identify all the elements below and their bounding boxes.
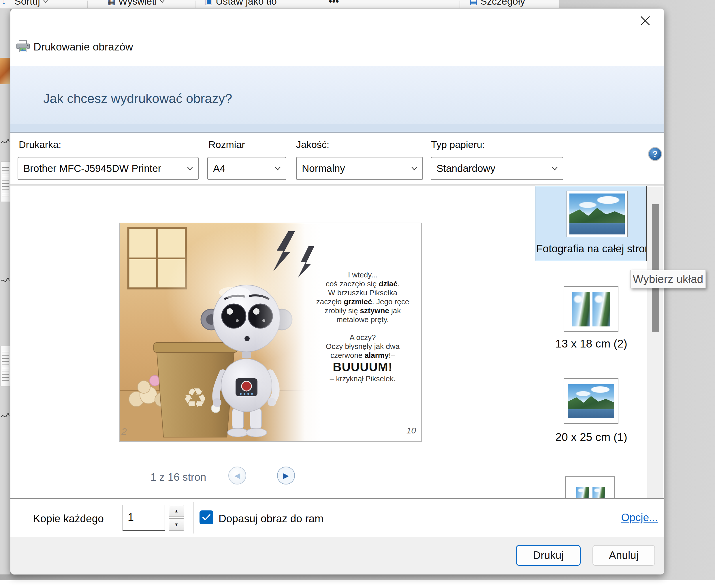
close-icon[interactable] [636,12,654,29]
layout-scrollbar-thumb[interactable] [652,204,659,332]
printer-select[interactable]: Brother MFC-J5945DW Printer [18,157,199,180]
toolbar-item-label: Ustaw jako tło [216,0,277,7]
sort-button[interactable]: Sortuj [15,0,48,7]
paper-type-value: Standardowy [436,163,495,174]
quality-select[interactable]: Normalny [296,157,423,180]
background-file-list [0,9,10,574]
file-thumbnail-document [1,162,10,202]
layout-item-20x25[interactable] [564,378,619,424]
layout-thumbnail [566,191,628,237]
page-number-left: 2 [122,426,127,437]
toolbar-separator [459,1,460,8]
file-squiggle-icon [1,139,9,145]
quality-label: Jakość: [296,139,329,150]
printer-value: Brother MFC-J5945DW Printer [23,163,161,174]
screen: ↓Sortuj▦Wyświetl▣Ustaw jako tło•••▤Szcze… [0,0,715,588]
details-button-icon: ▤ [469,0,477,7]
divider [10,185,664,185]
divider [193,502,193,533]
layout-item-label[interactable]: 20 x 25 cm (1) [535,431,648,443]
file-thumbnail-photo [0,58,10,84]
chevron-down-icon [411,166,418,171]
file-thumbnail-document [1,346,10,386]
pagination-text: 1 z 16 stron [151,471,206,483]
toolbar-item-label: Wyświetl [118,0,157,7]
details-button[interactable]: ▤Szczegóły [469,0,525,7]
previous-page-button[interactable]: ◀ [228,467,246,484]
file-squiggle-icon [1,277,9,283]
chevron-down-icon [274,166,281,171]
triangle-down-icon: ▼ [174,522,179,527]
layout-item-full-page-photo[interactable]: Fotografia na całej stronie [535,186,647,261]
toolbar-separator [87,1,88,8]
page-number-right: 10 [407,426,416,436]
story-text: I wtedy...coś zaczęło się dziać.W brzusz… [306,271,419,383]
dialog-title: Drukowanie obrazów [34,41,133,53]
arrow-left-icon: ◀ [234,471,240,480]
view-button-icon: ▦ [107,0,115,7]
toolbar-separator [195,1,195,8]
print-preview-page: ♻ [119,223,422,442]
paper-type-select[interactable]: Standardowy [431,157,563,180]
robot-story-photo: ♻ [120,223,322,441]
toolbar-item-label: Szczegóły [480,0,525,7]
printer-icon [16,40,30,52]
paper-type-label: Typ papieru: [431,139,485,150]
sort-direction-icon: ↓ [2,0,6,7]
next-page-button[interactable]: ▶ [277,467,295,484]
copies-decrement-button[interactable]: ▼ [169,518,184,531]
svg-text:♻: ♻ [183,383,207,414]
print-button[interactable]: Drukuj [516,545,581,566]
layout-item-13x18[interactable] [564,286,619,332]
fit-picture-checkbox[interactable] [199,510,213,524]
set-wallpaper-button[interactable]: ▣Ustaw jako tło [205,0,277,7]
chevron-down-icon [551,166,558,171]
tooltip: Wybierz układ [630,270,706,288]
divider [10,498,664,499]
toolbar-item-label: ••• [329,0,339,7]
size-value: A4 [213,163,225,174]
arrow-right-icon: ▶ [283,471,289,480]
copies-input[interactable] [123,505,165,531]
printer-label: Drukarka: [19,139,61,150]
banner: Jak chcesz wydrukować obrazy? [10,66,664,133]
chevron-down-icon [187,166,193,171]
layout-item-label[interactable]: 13 x 18 cm (2) [535,337,648,350]
toolbar-item-label: Sortuj [15,0,40,7]
layout-item-partial[interactable] [565,477,615,498]
copies-increment-button[interactable]: ▲ [169,505,184,517]
background-bottom-area [0,580,715,588]
background-toolbar: ↓Sortuj▦Wyświetl▣Ustaw jako tło•••▤Szcze… [0,0,559,9]
options-link[interactable]: Opcje... [621,511,658,524]
size-label: Rozmiar [209,139,245,150]
checkmark-icon [202,514,211,521]
chevron-down-icon [43,0,48,3]
view-button[interactable]: ▦Wyświetl [107,0,165,7]
sort-direction-icon[interactable]: ↓ [2,0,6,7]
quality-value: Normalny [302,163,345,174]
copies-label: Kopie każdego [33,513,104,525]
triangle-up-icon: ▲ [174,508,179,513]
print-pictures-dialog: Drukowanie obrazów Jak chcesz wydrukować… [10,9,664,574]
size-select[interactable]: A4 [207,157,286,180]
layout-item-label: Fotografia na całej stronie [536,243,646,255]
dialog-footer: Drukuj Anuluj [10,537,664,574]
fit-picture-label: Dopasuj obraz do ram [219,513,324,525]
chevron-down-icon [160,0,165,3]
dialog-question: Jak chcesz wydrukować obrazy? [43,91,232,106]
cancel-button[interactable]: Anuluj [592,545,655,566]
file-squiggle-icon [1,412,9,419]
set-wallpaper-button-icon: ▣ [205,0,213,7]
more-options-button[interactable]: ••• [329,0,339,7]
help-icon[interactable]: ? [648,147,662,161]
